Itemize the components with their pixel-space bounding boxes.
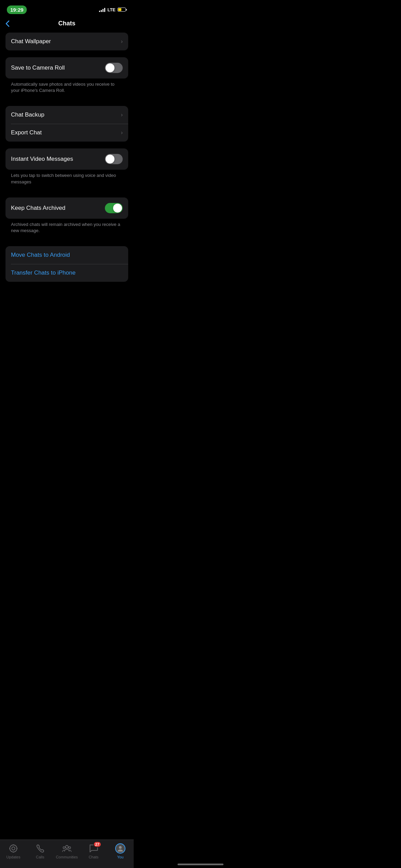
signal-bar-2 (101, 10, 102, 12)
move-android-row[interactable]: Move Chats to Android (5, 246, 128, 264)
settings-group-backup: Chat Backup › Export Chat › (5, 106, 128, 142)
save-camera-roll-toggle[interactable] (105, 63, 123, 73)
save-camera-roll-row[interactable]: Save to Camera Roll (5, 57, 128, 79)
battery-fill (118, 8, 121, 11)
settings-section-camera: Save to Camera Roll Automatically save p… (5, 57, 128, 99)
settings-group-transfer: Move Chats to Android Transfer Chats to … (5, 246, 128, 282)
keep-archived-row[interactable]: Keep Chats Archived (5, 197, 128, 219)
status-right: LTE (99, 7, 127, 12)
export-chat-row[interactable]: Export Chat › (5, 124, 128, 142)
battery-tip (126, 9, 127, 11)
export-chat-label: Export Chat (11, 129, 42, 136)
signal-bar-1 (99, 11, 100, 12)
transfer-iphone-row[interactable]: Transfer Chats to iPhone (5, 264, 128, 282)
lte-label: LTE (107, 7, 116, 12)
instant-video-row[interactable]: Instant Video Messages (5, 148, 128, 170)
keep-archived-description: Archived chats will remain archived when… (5, 219, 128, 239)
status-bar: 19:29 LTE (0, 0, 134, 17)
signal-bars (99, 7, 105, 12)
chat-backup-row[interactable]: Chat Backup › (5, 106, 128, 124)
instant-video-description: Lets you tap to switch between using voi… (5, 170, 128, 190)
save-camera-roll-description: Automatically save photos and videos you… (5, 79, 128, 99)
chat-wallpaper-label: Chat Wallpaper (11, 38, 51, 45)
chat-backup-label: Chat Backup (11, 111, 44, 118)
instant-video-toggle[interactable] (105, 154, 123, 164)
nav-header: Chats (0, 17, 134, 33)
chat-wallpaper-row[interactable]: Chat Wallpaper › (5, 33, 128, 50)
signal-bar-3 (102, 9, 104, 12)
settings-section-video: Instant Video Messages Lets you tap to s… (5, 148, 128, 190)
page-title: Chats (58, 20, 75, 27)
settings-group-wallpaper: Chat Wallpaper › (5, 33, 128, 50)
transfer-iphone-label: Transfer Chats to iPhone (11, 269, 75, 276)
settings-group-video: Instant Video Messages (5, 148, 128, 170)
chevron-icon-backup: › (121, 112, 123, 118)
toggle-knob-video (106, 155, 114, 164)
move-android-label: Move Chats to Android (11, 252, 70, 258)
save-camera-roll-label: Save to Camera Roll (11, 64, 65, 71)
toggle-knob-archived (113, 204, 122, 213)
settings-group-archived: Keep Chats Archived (5, 197, 128, 219)
settings-group-camera: Save to Camera Roll (5, 57, 128, 79)
battery-body (118, 8, 126, 12)
chevron-icon: › (121, 38, 123, 45)
keep-archived-toggle[interactable] (105, 203, 123, 213)
signal-bar-4 (104, 8, 105, 12)
instant-video-label: Instant Video Messages (11, 156, 73, 162)
toggle-knob (106, 63, 114, 72)
back-button[interactable] (5, 20, 10, 27)
settings-section-archived: Keep Chats Archived Archived chats will … (5, 197, 128, 239)
settings-container: Chat Wallpaper › Save to Camera Roll Aut… (0, 33, 134, 323)
status-time: 19:29 (7, 5, 27, 14)
keep-archived-label: Keep Chats Archived (11, 205, 65, 212)
chevron-icon-export: › (121, 130, 123, 136)
battery (118, 8, 127, 12)
